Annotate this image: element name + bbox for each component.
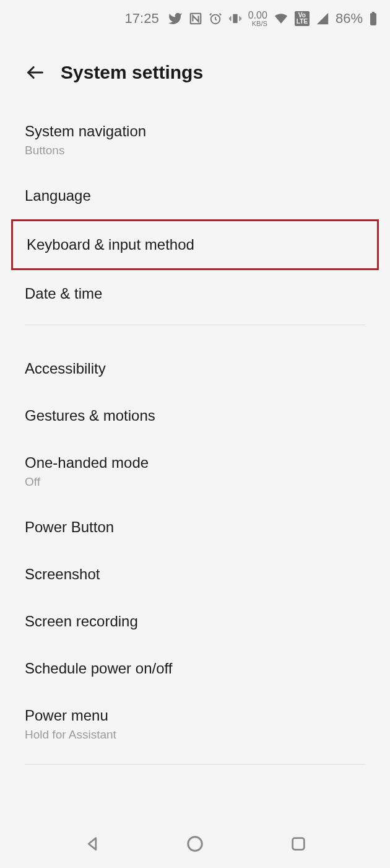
item-schedule-power[interactable]: Schedule power on/off: [0, 645, 390, 692]
item-subtitle: Buttons: [25, 144, 365, 157]
data-rate: 0.00 KB/S: [248, 11, 267, 27]
item-title: Language: [25, 187, 365, 204]
svg-rect-2: [233, 14, 237, 24]
status-time: 17:25: [125, 11, 159, 27]
page-title: System settings: [61, 62, 203, 83]
item-title: Gestures & motions: [25, 407, 365, 424]
item-title: System navigation: [25, 123, 365, 140]
nav-home-icon[interactable]: [184, 833, 206, 855]
item-title: Screenshot: [25, 566, 365, 583]
item-date-time[interactable]: Date & time: [0, 270, 390, 317]
item-subtitle: Off: [25, 475, 365, 489]
battery-icon: [369, 11, 378, 26]
nfc-icon: [189, 12, 202, 25]
item-title: Accessibility: [25, 360, 365, 377]
item-accessibility[interactable]: Accessibility: [0, 345, 390, 392]
nav-recent-icon[interactable]: [287, 833, 310, 855]
nav-back-icon[interactable]: [81, 833, 103, 855]
svg-point-6: [188, 837, 202, 851]
volte-icon: VoLTE: [295, 11, 310, 26]
item-screenshot[interactable]: Screenshot: [0, 551, 390, 598]
alarm-icon: [209, 12, 222, 25]
item-title: Power Button: [25, 519, 365, 536]
status-bar: 17:25 0.00 KB/S VoLTE 86%: [0, 0, 390, 37]
divider: [25, 764, 365, 765]
item-title: Keyboard & input method: [27, 236, 363, 253]
battery-percent: 86%: [336, 11, 363, 27]
item-title: Screen recording: [25, 613, 365, 630]
item-system-navigation[interactable]: System navigation Buttons: [0, 108, 390, 172]
item-keyboard-input[interactable]: Keyboard & input method: [11, 219, 379, 270]
back-arrow-icon[interactable]: [25, 62, 46, 83]
item-title: Power menu: [25, 707, 365, 724]
vibrate-icon: [228, 12, 242, 25]
svg-rect-4: [372, 12, 375, 14]
divider: [25, 325, 365, 325]
page-header: System settings: [0, 37, 390, 95]
item-title: One-handed mode: [25, 454, 365, 471]
item-one-handed-mode[interactable]: One-handed mode Off: [0, 439, 390, 504]
signal-icon: [316, 12, 329, 25]
settings-list-1: System navigation Buttons Language Keybo…: [0, 95, 390, 317]
item-gestures-motions[interactable]: Gestures & motions: [0, 392, 390, 439]
svg-rect-7: [292, 838, 304, 850]
wifi-icon: [274, 11, 288, 26]
settings-list-2: Accessibility Gestures & motions One-han…: [0, 333, 390, 756]
svg-rect-3: [370, 13, 376, 25]
item-screen-recording[interactable]: Screen recording: [0, 598, 390, 645]
item-title: Date & time: [25, 285, 365, 302]
android-navbar: [0, 826, 390, 862]
item-power-menu[interactable]: Power menu Hold for Assistant: [0, 692, 390, 756]
twitter-icon: [168, 11, 183, 26]
item-subtitle: Hold for Assistant: [25, 728, 365, 742]
item-language[interactable]: Language: [0, 172, 390, 219]
item-power-button[interactable]: Power Button: [0, 504, 390, 551]
item-title: Schedule power on/off: [25, 660, 365, 677]
